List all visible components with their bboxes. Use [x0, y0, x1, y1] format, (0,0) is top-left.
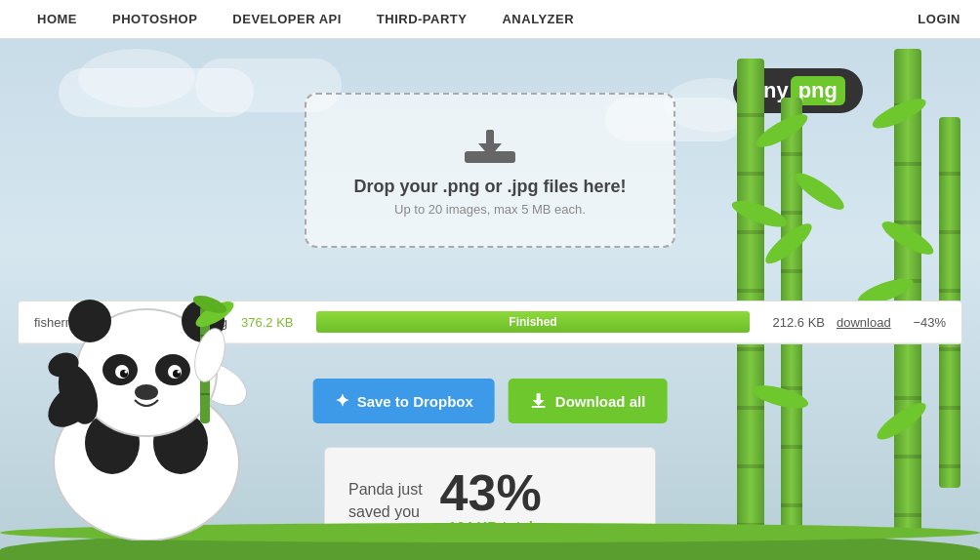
nav-menu: HOME PHOTOSHOP DEVELOPER API THIRD-PARTY…	[20, 0, 592, 39]
svg-rect-5	[532, 406, 546, 408]
savings-percentage: 43%	[440, 467, 542, 518]
file-savings: −43%	[907, 315, 946, 330]
drop-title: Drop your .png or .jpg files here!	[326, 177, 654, 197]
save-to-dropbox-button[interactable]: ✦ Save to Dropbox	[313, 379, 495, 423]
svg-point-21	[178, 371, 181, 374]
drop-zone[interactable]: Drop your .png or .jpg files here! Up to…	[305, 93, 675, 248]
file-size-compressed: 212.6 KB	[761, 315, 825, 330]
nav-developer-api[interactable]: DEVELOPER API	[215, 0, 358, 39]
svg-point-22	[135, 384, 158, 400]
progress-bar: Finished	[316, 311, 750, 333]
download-link[interactable]: download	[837, 315, 895, 330]
progress-bar-fill: Finished	[316, 311, 750, 333]
savings-text-block: Panda just saved you	[348, 479, 423, 523]
main-background: tiny png	[0, 39, 980, 560]
download-all-button[interactable]: Download all	[509, 379, 668, 423]
svg-point-12	[68, 300, 111, 342]
download-all-label: Download all	[555, 393, 646, 410]
dropbox-icon: ✦	[335, 390, 349, 412]
svg-point-20	[125, 371, 128, 374]
nav-home[interactable]: HOME	[20, 0, 95, 39]
nav-third-party[interactable]: THIRD-PARTY	[359, 0, 485, 39]
progress-label: Finished	[509, 315, 556, 329]
drop-subtitle: Up to 20 images, max 5 MB each.	[326, 202, 654, 217]
savings-line2: saved you	[348, 503, 420, 520]
save-to-dropbox-label: Save to Dropbox	[357, 393, 473, 410]
drop-icon	[461, 124, 519, 167]
cloud-2	[78, 49, 195, 107]
login-button[interactable]: LOGIN	[918, 12, 960, 26]
download-all-icon	[530, 391, 548, 412]
panda	[20, 228, 254, 540]
action-buttons: ✦ Save to Dropbox Download all	[313, 379, 668, 423]
nav-photoshop[interactable]: PHOTOSHOP	[95, 0, 215, 39]
nav-analyzer[interactable]: ANALYZER	[484, 0, 592, 39]
savings-line1: Panda just	[348, 481, 423, 498]
svg-marker-4	[533, 400, 545, 406]
